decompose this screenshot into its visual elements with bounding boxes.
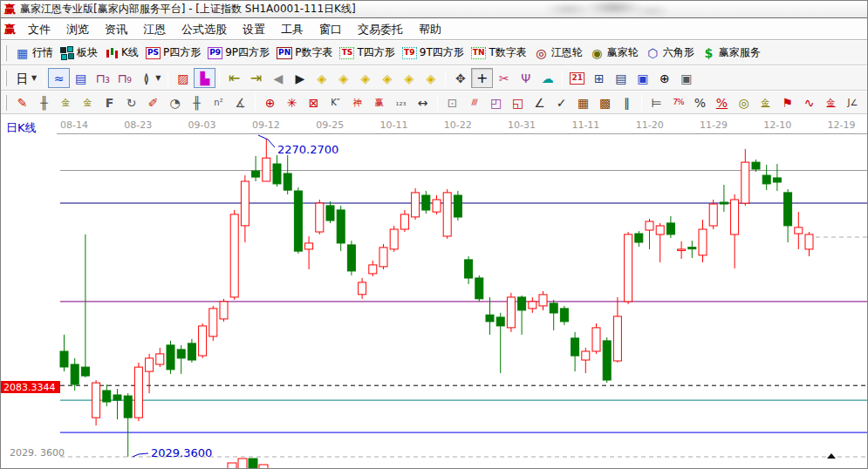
candle-body[interactable] — [422, 195, 430, 210]
candle-body[interactable] — [134, 367, 142, 418]
save-button[interactable]: ▣ — [632, 68, 653, 88]
9t-square-button[interactable]: T99T四方形 — [399, 43, 468, 63]
measure-tool-button[interactable]: ✂ — [493, 68, 515, 88]
candle-body[interactable] — [337, 210, 345, 243]
prev-button[interactable]: ◀ — [267, 68, 289, 88]
sectors-button[interactable]: 板块 — [57, 43, 101, 63]
ruler-grid-button[interactable]: ╫ — [186, 92, 208, 112]
next-button[interactable]: ▶ — [289, 68, 311, 88]
last-page-button[interactable]: ⇥ — [245, 68, 267, 88]
grid-box-button[interactable]: ▦ — [572, 92, 594, 112]
candle-body[interactable] — [603, 341, 611, 380]
calendar-button[interactable]: 21 — [566, 68, 588, 88]
hand-tool-button[interactable]: ✥ — [449, 68, 471, 88]
candle-body[interactable] — [454, 195, 461, 217]
candle-body[interactable] — [103, 391, 111, 402]
grid-box2-button[interactable]: ▩ — [594, 92, 616, 112]
candle-body[interactable] — [284, 173, 291, 190]
fan-box-purple-button[interactable]: ◰ — [485, 92, 507, 112]
candle-body[interactable] — [475, 278, 483, 299]
mark-tool-button[interactable]: Ψ — [515, 68, 537, 88]
candle-body[interactable] — [412, 193, 420, 217]
menu-item-9[interactable]: 帮助 — [411, 20, 449, 39]
scale-button[interactable]: ⊨ — [646, 92, 667, 112]
f-angle-button[interactable]: F∠ — [864, 92, 868, 112]
zigzag-check-button[interactable]: ✓ — [550, 92, 572, 112]
menu-item-6[interactable]: 工具 — [273, 20, 311, 39]
candle-body[interactable] — [273, 164, 281, 184]
info-panel-button[interactable]: ▤ — [70, 68, 92, 88]
candle-body[interactable] — [625, 234, 632, 302]
p-square-button[interactable]: PSP四方形 — [142, 43, 204, 63]
candle-body[interactable] — [359, 282, 366, 295]
k-mark-button[interactable]: K″ — [325, 92, 346, 112]
crosshair-tool-button[interactable]: + — [471, 68, 493, 88]
span-arrows-button[interactable]: ↔ — [412, 92, 434, 112]
candle-body[interactable] — [666, 223, 674, 234]
menu-item-1[interactable]: 浏览 — [58, 20, 97, 39]
gann-box-button[interactable]: ▨ — [172, 68, 194, 88]
brush-tool-button[interactable]: ✎ — [11, 92, 33, 112]
candle-body[interactable] — [400, 214, 408, 229]
angle-ruler-button[interactable]: ∡ — [229, 92, 251, 112]
scroll-marker-icon[interactable] — [827, 453, 836, 459]
candle-body[interactable] — [550, 303, 557, 313]
candle-body[interactable] — [209, 309, 217, 336]
quotes-button[interactable]: ▦行情 — [11, 43, 57, 63]
number-grid-button[interactable]: ₁₂₃ — [390, 92, 412, 112]
time-cycle-button[interactable]: ◔ — [164, 92, 186, 112]
candle-body[interactable] — [656, 226, 664, 234]
chart-9-button[interactable]: ⊓₉ — [113, 68, 135, 88]
n-square-button[interactable]: n² — [208, 92, 229, 112]
menu-item-0[interactable]: 文件 — [20, 20, 58, 39]
spiral-button[interactable]: ↻ — [120, 92, 142, 112]
candle-body[interactable] — [688, 248, 696, 249]
shen-grid-button[interactable]: 神 — [346, 92, 368, 112]
candle-body[interactable] — [529, 302, 537, 309]
candle-body[interactable] — [795, 228, 803, 234]
candle-body[interactable] — [443, 193, 451, 236]
candle-body[interactable] — [188, 343, 195, 360]
gold-circle-button[interactable]: ◎ — [733, 92, 755, 112]
calculator-button[interactable]: ⊞ — [588, 68, 610, 88]
9p-square-button[interactable]: P99P四方形 — [204, 43, 273, 63]
candle-body[interactable] — [199, 326, 207, 356]
remote-button[interactable]: ▣ — [675, 68, 697, 88]
candle-body[interactable] — [113, 395, 121, 400]
frame-tool-button[interactable]: ⊡ — [441, 92, 463, 112]
candle-body[interactable] — [294, 191, 302, 251]
candle-body[interactable] — [678, 249, 686, 251]
gold-grid-button[interactable]: 金 — [55, 92, 77, 112]
grid-tool-button[interactable]: ╫ — [33, 92, 55, 112]
candle-body[interactable] — [773, 178, 781, 182]
candle-body[interactable] — [71, 364, 79, 384]
menu-item-7[interactable]: 窗口 — [311, 20, 350, 39]
candle-body[interactable] — [486, 315, 494, 322]
candle-body[interactable] — [784, 193, 792, 226]
p-number-table-button[interactable]: PNP数字表 — [273, 43, 336, 63]
candle-body[interactable] — [156, 354, 164, 364]
candle-body[interactable] — [433, 200, 441, 212]
parallel-lines-button[interactable]: ∥ — [616, 92, 638, 112]
candle-body[interactable] — [518, 297, 526, 310]
candle-body[interactable] — [347, 245, 355, 271]
gann-wheel-button[interactable]: ◎江恩轮 — [530, 43, 586, 63]
gann-cross-button[interactable]: ⊕ — [259, 92, 281, 112]
candle-body[interactable] — [379, 248, 387, 267]
angle-line-button[interactable]: ∠ — [529, 92, 550, 112]
candle-body[interactable] — [560, 309, 568, 322]
candle-body[interactable] — [465, 260, 473, 278]
expand-h-button[interactable]: ◈ — [354, 68, 376, 88]
title-bar[interactable]: 赢 赢家江恩专业版[赢家内部服务平台] - [上证指数 SH1A0001-111… — [1, 1, 868, 18]
first-page-button[interactable]: ⇤ — [223, 68, 245, 88]
candle-body[interactable] — [752, 162, 760, 169]
cloud-tool-button[interactable]: ☁ — [537, 68, 558, 88]
menu-item-4[interactable]: 公式选股 — [174, 20, 235, 39]
candle-body[interactable] — [390, 229, 398, 249]
ying-grid-button[interactable]: 赢 — [368, 92, 390, 112]
winner-service-button[interactable]: $赢家服务 — [698, 43, 764, 63]
hexagon-button[interactable]: ⬡六角形 — [642, 43, 698, 63]
candle-body[interactable] — [539, 295, 547, 306]
candle-body[interactable] — [263, 158, 270, 181]
candle-body[interactable] — [805, 234, 813, 249]
